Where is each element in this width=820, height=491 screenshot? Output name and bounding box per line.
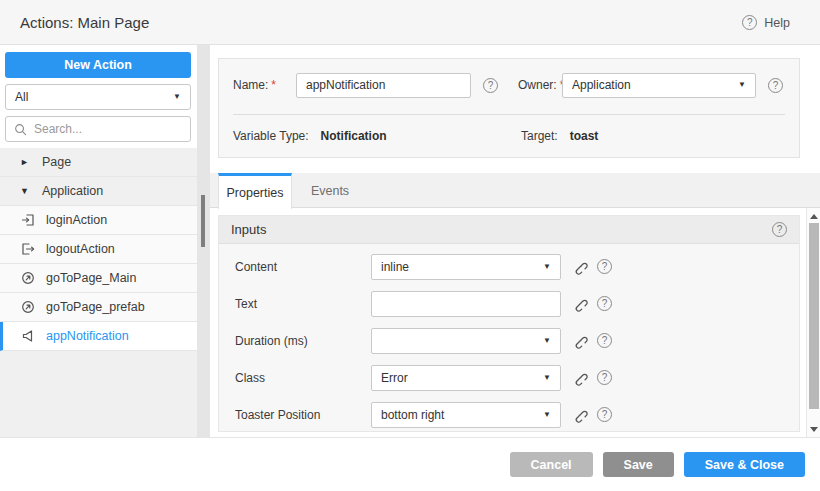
tree-item-goToPage_prefab[interactable]: goToPage_prefab [0, 293, 197, 322]
tree-item-label: goToPage_prefab [46, 300, 145, 314]
duration-label: Duration (ms) [235, 334, 371, 348]
scrollbar-thumb[interactable] [809, 223, 819, 409]
text-help-icon[interactable]: ? [597, 296, 612, 311]
divider [233, 114, 785, 115]
input-row-content: Content inline ▼ ? [219, 248, 799, 285]
chevron-down-icon: ▼ [543, 411, 551, 419]
duration-help-icon[interactable]: ? [597, 333, 612, 348]
save-button[interactable]: Save [603, 452, 674, 477]
action-summary-panel: Name:* ? Owner:* Application ▼ ? Variabl… [218, 58, 800, 158]
chevron-down-icon: ▼ [543, 374, 551, 382]
footer-bar: Cancel Save Save & Close [0, 437, 820, 491]
required-marker: * [271, 78, 276, 92]
action-detail-panel: Name:* ? Owner:* Application ▼ ? Variabl… [210, 45, 820, 437]
filter-value: All [15, 90, 28, 104]
owner-help-icon[interactable]: ? [768, 78, 783, 93]
help-button[interactable]: ? Help [742, 0, 790, 45]
toaster-position-label: Toaster Position [235, 408, 371, 422]
class-dropdown[interactable]: Error ▼ [371, 365, 561, 391]
goto-page-icon [21, 271, 35, 285]
properties-scrollbar[interactable] [806, 208, 820, 437]
tree-group-label: Page [42, 155, 71, 169]
actions-sidebar: New Action All ▼ ► Page ▼ Application lo… [0, 45, 197, 437]
toaster-position-value: bottom right [381, 408, 444, 422]
inputs-help-icon[interactable]: ? [772, 222, 787, 237]
owner-label: Owner:* [518, 78, 562, 92]
name-help-icon[interactable]: ? [483, 78, 498, 93]
tree-item-label: logoutAction [46, 242, 115, 256]
name-field[interactable] [296, 73, 471, 98]
chevron-down-icon: ▼ [173, 93, 181, 101]
input-row-toaster-position: Toaster Position bottom right ▼ ? [219, 396, 799, 433]
action-tree: ► Page ▼ Application loginAction [0, 148, 197, 437]
tab-events[interactable]: Events [293, 173, 367, 208]
toaster-position-link-icon[interactable] [572, 407, 588, 423]
input-row-text: Text ? [219, 285, 799, 322]
page-title: Actions: Main Page [20, 14, 149, 31]
owner-value: Application [572, 78, 631, 92]
tree-item-appNotification[interactable]: appNotification [0, 322, 197, 351]
notification-icon [21, 329, 35, 343]
goto-page-icon [21, 300, 35, 314]
tree-item-label: loginAction [46, 213, 107, 227]
text-link-icon[interactable] [572, 296, 588, 312]
window-header: Actions: Main Page ? Help [0, 0, 820, 45]
name-label: Name:* [233, 78, 296, 92]
sidebar-gutter [197, 45, 210, 437]
variable-type-label: Variable Type: [233, 129, 309, 143]
chevron-down-icon: ▼ [543, 263, 551, 271]
inputs-section-title: Inputs [231, 222, 266, 237]
scroll-down-icon[interactable] [807, 423, 820, 435]
caret-right-icon: ► [20, 158, 31, 167]
tree-group-application[interactable]: ▼ Application [0, 177, 197, 206]
target-label: Target: [521, 129, 558, 143]
owner-dropdown[interactable]: Application ▼ [562, 73, 756, 98]
caret-down-icon: ▼ [20, 187, 31, 196]
scroll-up-icon[interactable] [807, 210, 820, 222]
tree-group-label: Application [42, 184, 103, 198]
inputs-section: Inputs ? Content inline ▼ ? [218, 215, 800, 432]
duration-link-icon[interactable] [572, 333, 588, 349]
search-field[interactable] [5, 116, 191, 142]
content-link-icon[interactable] [572, 259, 588, 275]
tree-item-label: goToPage_Main [46, 271, 136, 285]
class-value: Error [381, 371, 408, 385]
duration-dropdown[interactable]: ▼ [371, 328, 561, 354]
class-label: Class [235, 371, 371, 385]
text-field[interactable] [371, 291, 561, 317]
variable-type-value: Notification [321, 129, 387, 143]
class-link-icon[interactable] [572, 370, 588, 386]
tree-item-loginAction[interactable]: loginAction [0, 206, 197, 235]
logout-icon [21, 242, 35, 256]
content-dropdown[interactable]: inline ▼ [371, 254, 561, 280]
sidebar-scrollbar-thumb[interactable] [201, 195, 205, 247]
cancel-button[interactable]: Cancel [510, 452, 593, 477]
class-help-icon[interactable]: ? [597, 370, 612, 385]
tree-group-page[interactable]: ► Page [0, 148, 197, 177]
tree-item-label: appNotification [46, 329, 129, 343]
login-icon [21, 213, 35, 227]
content-label: Content [235, 260, 371, 274]
tab-bar: Properties Events [210, 173, 820, 208]
tree-item-goToPage_Main[interactable]: goToPage_Main [0, 264, 197, 293]
tab-properties[interactable]: Properties [218, 173, 292, 209]
save-close-button[interactable]: Save & Close [684, 452, 805, 477]
help-icon: ? [742, 15, 757, 30]
content-value: inline [381, 260, 409, 274]
content-help-icon[interactable]: ? [597, 259, 612, 274]
input-row-duration: Duration (ms) ▼ ? [219, 322, 799, 359]
target-value: toast [570, 129, 599, 143]
help-label: Help [764, 16, 790, 30]
new-action-button[interactable]: New Action [5, 52, 191, 78]
search-icon [14, 123, 27, 136]
tree-item-logoutAction[interactable]: logoutAction [0, 235, 197, 264]
input-row-class: Class Error ▼ ? [219, 359, 799, 396]
text-label: Text [235, 297, 371, 311]
chevron-down-icon: ▼ [543, 337, 551, 345]
filter-dropdown[interactable]: All ▼ [5, 84, 191, 110]
toaster-position-help-icon[interactable]: ? [597, 407, 612, 422]
search-input[interactable] [34, 122, 182, 136]
toaster-position-dropdown[interactable]: bottom right ▼ [371, 402, 561, 428]
chevron-down-icon: ▼ [738, 81, 746, 89]
